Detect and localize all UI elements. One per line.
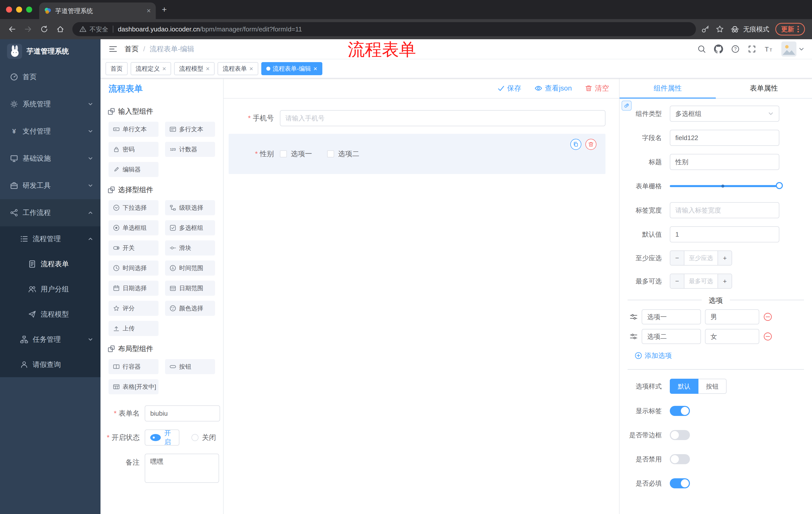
tag-process-form[interactable]: 流程表单× xyxy=(218,62,258,75)
anchor-link-button[interactable] xyxy=(621,101,632,111)
remove-option-icon[interactable] xyxy=(763,312,772,321)
sidebar-item-infrastructure[interactable]: 基础设施 xyxy=(0,145,100,172)
tag-process-form-edit[interactable]: 流程表单-编辑× xyxy=(261,62,322,75)
palette-item-checkbox-group[interactable]: 多选框组 xyxy=(165,220,215,235)
palette-item-slider[interactable]: 滑块 xyxy=(165,240,215,255)
label-width-input[interactable] xyxy=(670,202,779,218)
option-2-label-input[interactable] xyxy=(642,329,701,344)
view-json-button[interactable]: 查看json xyxy=(534,83,572,93)
breadcrumb-home[interactable]: 首页 xyxy=(125,44,139,54)
palette-item-password[interactable]: 密码 xyxy=(109,142,158,157)
phone-input[interactable] xyxy=(280,110,606,126)
decrease-button[interactable]: − xyxy=(670,274,685,288)
palette-item-single-line-text[interactable]: 单行文本 xyxy=(109,122,158,137)
increase-button[interactable]: + xyxy=(718,251,732,265)
browser-update-button[interactable]: 更新 xyxy=(775,23,805,35)
minimize-window-button[interactable] xyxy=(16,6,22,12)
close-icon[interactable]: × xyxy=(314,65,317,72)
default-value-input[interactable] xyxy=(670,226,779,242)
status-off-radio[interactable]: 关闭 xyxy=(192,433,216,442)
option-2-value-input[interactable] xyxy=(705,329,759,344)
required-switch[interactable] xyxy=(670,478,690,488)
palette-item-switch[interactable]: 开关 xyxy=(109,240,158,255)
add-option-button[interactable]: 添加选项 xyxy=(635,351,812,360)
browser-tab[interactable]: 芋道管理系统 × xyxy=(39,2,156,19)
palette-item-cascader[interactable]: 级联选择 xyxy=(165,200,215,215)
github-button[interactable] xyxy=(714,45,723,54)
remove-option-icon[interactable] xyxy=(763,332,772,341)
canvas-field-phone[interactable]: 手机号 xyxy=(229,105,606,131)
title-input[interactable] xyxy=(670,154,779,170)
style-button-button[interactable]: 按钮 xyxy=(698,379,727,394)
palette-item-date-picker[interactable]: 日期选择 xyxy=(109,281,158,296)
tag-process-model[interactable]: 流程模型× xyxy=(174,62,214,75)
max-select-value[interactable]: 最多可选 xyxy=(685,274,718,288)
drawing-board[interactable]: 手机号 性别 选项一 选项二 xyxy=(224,99,619,514)
reload-button[interactable] xyxy=(37,22,51,36)
sidebar-item-user-group[interactable]: 用户分组 xyxy=(0,277,100,302)
remark-textarea[interactable]: 嘿嘿 xyxy=(145,454,219,483)
palette-item-color-picker[interactable]: 颜色选择 xyxy=(165,301,215,316)
tab-form-props[interactable]: 表单属性 xyxy=(716,78,812,98)
palette-item-row-container[interactable]: 行容器 xyxy=(109,359,158,374)
form-name-input[interactable] xyxy=(145,405,220,422)
sidebar-item-process-management[interactable]: 流程管理 xyxy=(0,226,100,251)
palette-item-radio-group[interactable]: 单选框组 xyxy=(109,220,158,235)
tab-close-icon[interactable]: × xyxy=(147,7,151,14)
tag-process-definition[interactable]: 流程定义× xyxy=(130,62,171,75)
sidebar-item-task-management[interactable]: 任务管理 xyxy=(0,327,100,352)
tag-home[interactable]: 首页 xyxy=(106,62,127,75)
close-window-button[interactable] xyxy=(6,6,12,12)
password-key-button[interactable] xyxy=(701,25,709,33)
sidebar-item-dev-tools[interactable]: 研发工具 xyxy=(0,172,100,199)
style-default-button[interactable]: 默认 xyxy=(670,379,698,394)
close-icon[interactable]: × xyxy=(249,65,253,72)
disabled-switch[interactable] xyxy=(670,454,690,464)
palette-item-editor[interactable]: 编辑器 xyxy=(109,162,158,177)
palette-item-multi-line-text[interactable]: 多行文本 xyxy=(165,122,215,137)
address-bar[interactable]: 不安全 dashboard.yudao.iocoder.cn /bpm/mana… xyxy=(72,22,696,36)
sidebar-item-payment-management[interactable]: ¥ 支付管理 xyxy=(0,118,100,145)
new-tab-button[interactable]: + xyxy=(162,5,167,13)
back-button[interactable] xyxy=(5,22,19,36)
decrease-button[interactable]: − xyxy=(670,251,685,265)
increase-button[interactable]: + xyxy=(718,274,732,288)
sidebar-item-home[interactable]: 首页 xyxy=(0,63,100,90)
palette-item-counter[interactable]: 123计数器 xyxy=(165,142,215,157)
option-1-value-input[interactable] xyxy=(705,309,759,324)
option-1-label-input[interactable] xyxy=(642,309,701,324)
drag-handle-icon[interactable] xyxy=(630,313,638,321)
palette-item-time-range[interactable]: 时间范围 xyxy=(165,261,215,276)
with-border-switch[interactable] xyxy=(670,430,690,440)
sidebar-item-leave-query[interactable]: 请假查询 xyxy=(0,352,100,377)
sidebar-item-workflow[interactable]: 工作流程 xyxy=(0,199,100,226)
component-type-select[interactable]: 多选框组 xyxy=(670,106,779,122)
fullscreen-button[interactable] xyxy=(748,45,756,53)
palette-item-date-range[interactable]: 日期范围 xyxy=(165,281,215,296)
sidebar-item-process-form[interactable]: 流程表单 xyxy=(0,251,100,277)
show-label-switch[interactable] xyxy=(670,406,690,416)
slider-handle[interactable] xyxy=(776,182,783,189)
delete-component-button[interactable] xyxy=(585,139,597,150)
palette-item-button[interactable]: 按钮 xyxy=(165,359,215,374)
min-select-value[interactable]: 至少应选 xyxy=(685,251,718,265)
clear-button[interactable]: 清空 xyxy=(585,83,609,93)
font-size-button[interactable]: TT xyxy=(764,45,773,53)
gender-option-2-checkbox[interactable]: 选项二 xyxy=(327,149,359,159)
collapse-sidebar-button[interactable] xyxy=(109,45,118,54)
bookmark-button[interactable] xyxy=(716,25,724,33)
search-button[interactable] xyxy=(697,45,706,53)
palette-item-upload[interactable]: 上传 xyxy=(109,321,158,336)
drag-handle-icon[interactable] xyxy=(630,332,638,341)
status-on-radio[interactable]: 开启 xyxy=(145,430,179,445)
zoom-window-button[interactable] xyxy=(26,6,32,12)
forward-button[interactable] xyxy=(21,22,35,36)
sidebar-item-system-management[interactable]: 系统管理 xyxy=(0,90,100,118)
docs-button[interactable]: ? xyxy=(731,45,740,53)
close-icon[interactable]: × xyxy=(206,65,209,72)
palette-item-rate[interactable]: 评分 xyxy=(109,301,158,316)
close-icon[interactable]: × xyxy=(162,65,166,72)
palette-item-select[interactable]: 下拉选择 xyxy=(109,200,158,215)
tab-component-props[interactable]: 组件属性 xyxy=(619,78,716,98)
field-name-input[interactable] xyxy=(670,130,779,146)
